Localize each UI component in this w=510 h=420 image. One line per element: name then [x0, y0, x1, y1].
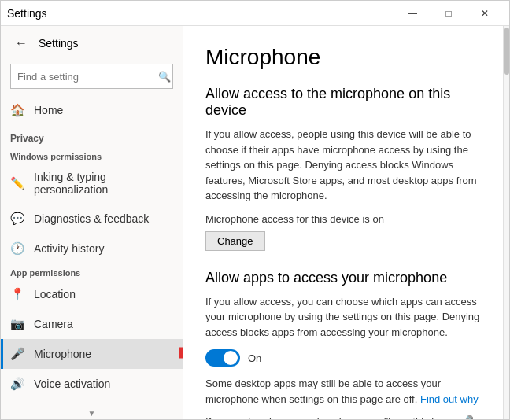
windows-permissions-label: Windows permissions: [1, 147, 183, 163]
icon-note-text: If an app is using your microphone, you'…: [205, 416, 453, 419]
sidebar-inking-label: Inking & typing personalization: [34, 171, 173, 196]
svg-marker-0: [179, 341, 183, 365]
titlebar: Settings — □ ✕: [1, 1, 509, 26]
microphone-toggle[interactable]: [205, 349, 240, 367]
maximize-button[interactable]: □: [431, 1, 467, 26]
section1-heading: Allow access to the microphone on this d…: [205, 86, 481, 119]
section2-heading: Allow apps to access your microphone: [205, 270, 481, 286]
sidebar-item-location[interactable]: 📍 Location: [1, 279, 183, 309]
section-device-access: Allow access to the microphone on this d…: [205, 86, 481, 251]
home-icon: 🏠: [10, 103, 24, 117]
sidebar-item-inking[interactable]: ✏️ Inking & typing personalization: [1, 163, 183, 204]
privacy-section-header: Privacy: [1, 125, 183, 147]
camera-icon: 📷: [10, 317, 24, 331]
sidebar-app-title: Settings: [39, 37, 79, 50]
inking-icon: ✏️: [10, 176, 24, 190]
section2-note: Some desktop apps may still be able to a…: [205, 376, 481, 407]
minimize-button[interactable]: —: [394, 1, 431, 26]
main-panel: Microphone Allow access to the microphon…: [183, 26, 503, 419]
sidebar-item-activity[interactable]: 🕐 Activity history: [1, 234, 183, 263]
sidebar-location-label: Location: [34, 288, 76, 300]
scroll-down-indicator: ▼: [1, 407, 183, 419]
titlebar-left: Settings: [7, 7, 47, 20]
sidebar-items-container: 🏠 Home Privacy Windows permissions ✏️ In…: [1, 95, 183, 407]
microphone-toggle-row: On: [205, 349, 481, 367]
sidebar: ← Settings 🔍 🏠 Home Privacy Windows perm…: [1, 26, 183, 419]
sidebar-item-microphone[interactable]: 🎤 Microphone: [1, 339, 183, 369]
toggle-label: On: [248, 352, 261, 364]
section-app-access: Allow apps to access your microphone If …: [205, 270, 481, 420]
section1-status: Microphone access for this device is on: [205, 213, 481, 225]
activity-icon: 🕐: [10, 241, 24, 256]
settings-window: Settings — □ ✕ ← Settings 🔍 🏠 Home: [0, 0, 510, 420]
sidebar-header: ← Settings: [1, 26, 183, 61]
microphone-small-icon: 🎤: [458, 414, 474, 419]
sidebar-microphone-label: Microphone: [34, 348, 91, 360]
sidebar-item-notifications[interactable]: 🔔 Notifications: [1, 399, 183, 407]
sidebar-diagnostics-label: Diagnostics & feedback: [34, 212, 149, 225]
close-button[interactable]: ✕: [467, 1, 503, 26]
sidebar-item-diagnostics[interactable]: 💬 Diagnostics & feedback: [1, 204, 183, 234]
back-button[interactable]: ←: [10, 32, 32, 54]
sidebar-item-camera[interactable]: 📷 Camera: [1, 309, 183, 339]
sidebar-item-home[interactable]: 🏠 Home: [1, 95, 183, 125]
titlebar-controls: — □ ✕: [394, 1, 503, 26]
scrollbar-thumb[interactable]: [504, 28, 509, 75]
titlebar-title: Settings: [7, 7, 47, 20]
sidebar-home-label: Home: [34, 104, 63, 116]
app-permissions-label: App permissions: [1, 263, 183, 279]
find-out-why-link[interactable]: Find out why: [420, 393, 479, 405]
toggle-knob: [224, 351, 238, 365]
section1-description: If you allow access, people using this d…: [205, 127, 481, 204]
sidebar-camera-label: Camera: [34, 318, 73, 330]
section2-description: If you allow access, you can choose whic…: [205, 294, 481, 341]
search-icon: 🔍: [156, 65, 172, 87]
search-input[interactable]: [11, 71, 156, 83]
change-button[interactable]: Change: [205, 231, 265, 251]
microphone-icon: 🎤: [10, 347, 24, 361]
scrollbar-track[interactable]: [503, 26, 509, 419]
voice-icon: 🔊: [10, 377, 24, 391]
icon-note-row: If an app is using your microphone, you'…: [205, 414, 481, 419]
sidebar-item-voice[interactable]: 🔊 Voice activation: [1, 369, 183, 399]
red-arrow-indicator: [179, 341, 183, 367]
content-area: ← Settings 🔍 🏠 Home Privacy Windows perm…: [1, 26, 509, 419]
page-title: Microphone: [205, 45, 481, 70]
diagnostics-icon: 💬: [10, 212, 24, 226]
sidebar-voice-label: Voice activation: [34, 378, 110, 390]
location-icon: 📍: [10, 287, 24, 301]
sidebar-activity-label: Activity history: [34, 242, 104, 255]
search-box[interactable]: 🔍: [10, 64, 173, 89]
